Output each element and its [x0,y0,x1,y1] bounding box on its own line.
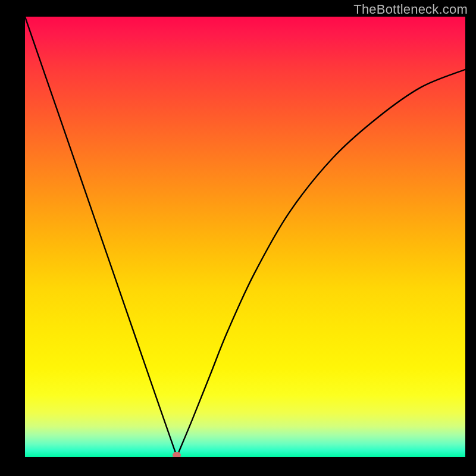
bottleneck-curve-path [25,17,465,457]
chart-container: TheBottleneck.com [0,0,476,476]
minimum-marker [173,452,181,457]
curve-svg [25,17,465,457]
watermark-text: TheBottleneck.com [353,2,468,17]
plot-area [25,17,465,457]
